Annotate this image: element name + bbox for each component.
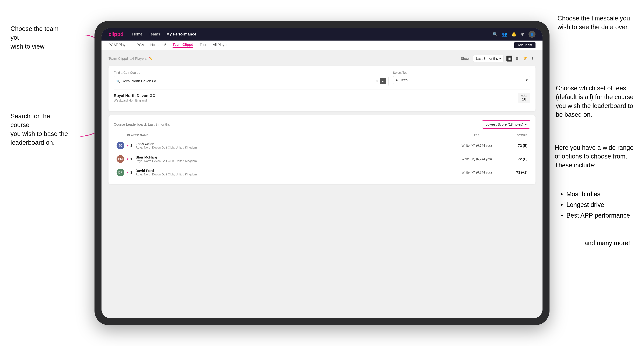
subnav-hcaps[interactable]: Hcaps 1-5	[150, 43, 166, 47]
annotation-choose-team: Choose the team youwish to view.	[10, 24, 70, 51]
annotation-options: Here you have a wide rangeof options to …	[555, 143, 634, 170]
annotation-search-course: Search for the courseyou wish to base th…	[10, 112, 70, 147]
favorite-icon-2[interactable]: ♥	[127, 157, 128, 161]
holes-number: 18	[521, 97, 527, 102]
tee-label: Select Tee	[393, 71, 530, 75]
header-score: SCORE	[501, 134, 528, 137]
nav-links: Home Teams My Performance	[132, 32, 486, 36]
option-drive: • Longest drive	[561, 199, 630, 210]
sub-nav: PGAT Players PGA Hcaps 1-5 Team Clippd T…	[102, 40, 542, 50]
score-3: 73 (+1)	[501, 171, 528, 174]
options-list: • Most birdies • Longest drive • Best AP…	[561, 189, 630, 221]
course-info: Royal North Devon GC Westward Ho!, Engla…	[114, 93, 155, 102]
leaderboard-card: Course Leaderboard, Last 3 months Lowest…	[108, 115, 536, 184]
list-view-icon[interactable]: ☰	[514, 56, 520, 61]
main-content: Team Clippd 14 Players ✏️ Show: Last 3 m…	[102, 50, 542, 318]
annotation-timescale: Choose the timescale youwish to see the …	[558, 14, 630, 32]
tee-dropdown[interactable]: All Tees ▾	[393, 76, 530, 84]
team-header: Team Clippd 14 Players ✏️ Show: Last 3 m…	[108, 55, 536, 62]
grid-view-icon[interactable]: ⊞	[506, 56, 512, 61]
table-header: PLAYER NAME TEE SCORE	[114, 132, 530, 139]
player-club-3: Royal North Devon Golf Club, United King…	[136, 173, 452, 176]
player-info-1: Josh Coles Royal North Devon Golf Club, …	[136, 142, 452, 149]
favorite-icon-3[interactable]: ♥	[127, 171, 128, 174]
table-row: DF ♥ 3 David Ford Royal North Devon Golf…	[114, 166, 530, 179]
favorite-icon-1[interactable]: ♥	[127, 144, 128, 148]
avatar[interactable]: 👤	[528, 31, 536, 38]
tee-col: Select Tee All Tees ▾	[393, 71, 530, 84]
search-col: Find a Golf Course 🔍 ✕ ★	[114, 71, 389, 86]
rank-3: 3	[130, 171, 136, 174]
table-row: BM ♥ 1 Blair McHarg Royal North Devon Go…	[114, 152, 530, 166]
score-2: 72 (E)	[501, 157, 528, 161]
course-result: Royal North Devon GC Westward Ho!, Engla…	[114, 89, 530, 106]
holes-badge: Holes 18	[518, 93, 530, 103]
search-card: Find a Golf Course 🔍 ✕ ★ Select Tee All …	[108, 66, 536, 111]
player-name-1: Josh Coles	[136, 142, 452, 146]
edit-icon[interactable]: ✏️	[149, 57, 152, 60]
search-icon[interactable]: 🔍	[492, 32, 498, 37]
show-controls: Show: Last 3 months ▾ ⊞ ☰ 🏆 ⬇	[461, 55, 536, 62]
leaderboard-table: PLAYER NAME TEE SCORE JC ♥ 1 Josh Coles …	[114, 132, 530, 179]
clear-button[interactable]: ✕	[376, 79, 378, 83]
add-team-button[interactable]: Add Team	[514, 42, 536, 48]
subnav-pgat[interactable]: PGAT Players	[108, 43, 130, 47]
header-player: PLAYER NAME	[127, 134, 452, 137]
search-input[interactable]	[122, 79, 374, 83]
nav-home[interactable]: Home	[132, 32, 142, 36]
holes-label: Holes	[521, 94, 527, 97]
tee-info-2: White (M) (6,744 yds)	[452, 157, 501, 161]
subnav-team-clippd[interactable]: Team Clippd	[172, 43, 194, 48]
player-avatar-3: DF	[116, 169, 124, 176]
score-1: 72 (E)	[501, 144, 528, 148]
nav-right: 🔍 👥 🔔 ⊕ 👤	[492, 31, 536, 38]
player-info-2: Blair McHarg Royal North Devon Golf Club…	[136, 155, 452, 163]
search-row: Find a Golf Course 🔍 ✕ ★ Select Tee All …	[114, 71, 530, 86]
settings-icon[interactable]: ⊕	[521, 32, 524, 37]
header-rank	[116, 134, 127, 137]
subnav-pga[interactable]: PGA	[137, 43, 144, 47]
tee-info-3: White (M) (6,744 yds)	[452, 171, 501, 174]
subnav-tour[interactable]: Tour	[200, 43, 206, 47]
show-label: Show:	[461, 57, 470, 61]
player-name-3: David Ford	[136, 169, 452, 173]
favorite-button[interactable]: ★	[380, 78, 386, 84]
team-title: Team Clippd 14 Players	[108, 56, 147, 61]
player-name-2: Blair McHarg	[136, 155, 452, 159]
course-location: Westward Ho!, England	[114, 99, 155, 102]
annotation-and-more: and many more!	[584, 239, 630, 247]
tee-info-1: White (M) (6,744 yds)	[452, 144, 501, 148]
logo: clippd	[108, 31, 123, 37]
subnav-all-players[interactable]: All Players	[213, 43, 229, 47]
rank-1: 1	[130, 144, 136, 148]
nav-bar: clippd Home Teams My Performance 🔍 👥 🔔 ⊕…	[102, 28, 542, 40]
player-club-2: Royal North Devon Golf Club, United King…	[136, 159, 452, 163]
option-app: • Best APP performance	[561, 210, 630, 221]
search-input-wrapper: 🔍 ✕ ★	[114, 76, 389, 86]
trophy-icon[interactable]: 🏆	[522, 56, 528, 61]
view-icons: ⊞ ☰ 🏆 ⬇	[506, 56, 536, 61]
tablet-screen: clippd Home Teams My Performance 🔍 👥 🔔 ⊕…	[102, 28, 542, 318]
show-dropdown[interactable]: Last 3 months ▾	[473, 55, 504, 62]
annotation-tees: Choose which set of tees(default is all)…	[556, 84, 634, 119]
player-info-3: David Ford Royal North Devon Golf Club, …	[136, 169, 452, 176]
notification-icon[interactable]: 🔔	[511, 32, 516, 37]
header-tee: TEE	[452, 134, 501, 137]
search-magnifier-icon: 🔍	[116, 79, 120, 83]
nav-teams[interactable]: Teams	[149, 32, 160, 36]
course-name: Royal North Devon GC	[114, 93, 155, 98]
option-birdies: • Most birdies	[561, 189, 630, 199]
player-count: 14 Players	[130, 57, 147, 60]
player-avatar-1: JC	[116, 142, 124, 149]
nav-my-performance[interactable]: My Performance	[166, 32, 196, 36]
rank-2: 1	[130, 157, 136, 161]
download-icon[interactable]: ⬇	[530, 56, 536, 61]
find-label: Find a Golf Course	[114, 71, 389, 75]
player-avatar-2: BM	[116, 155, 124, 163]
score-type-dropdown[interactable]: Lowest Score (18 holes) ▾	[482, 120, 530, 129]
player-club-1: Royal North Devon Golf Club, United King…	[136, 146, 452, 149]
table-row: JC ♥ 1 Josh Coles Royal North Devon Golf…	[114, 139, 530, 152]
leaderboard-header: Course Leaderboard, Last 3 months Lowest…	[114, 120, 530, 129]
people-icon[interactable]: 👥	[502, 32, 507, 37]
tablet-frame: clippd Home Teams My Performance 🔍 👥 🔔 ⊕…	[94, 21, 550, 325]
